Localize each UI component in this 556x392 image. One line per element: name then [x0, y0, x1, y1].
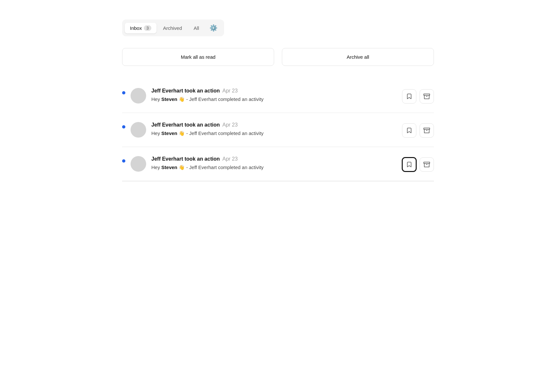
archive-button[interactable] [420, 157, 434, 172]
archive-icon [423, 127, 430, 134]
unread-indicator [122, 91, 125, 94]
tab-inbox[interactable]: Inbox 3 [125, 23, 157, 33]
mark-all-read-button[interactable]: Mark all as read [122, 48, 274, 66]
unread-indicator [122, 159, 125, 163]
archive-all-button[interactable]: Archive all [282, 48, 434, 66]
notification-title: Jeff Everhart took an action Apr 23 [151, 88, 397, 94]
tab-inbox-badge: 3 [144, 25, 151, 31]
settings-button[interactable]: ⚙️ [206, 21, 221, 34]
bookmark-icon [406, 127, 412, 134]
bookmark-button[interactable] [402, 123, 416, 138]
notification-item: Jeff Everhart took an action Apr 23 Hey … [122, 113, 434, 147]
avatar [131, 122, 146, 138]
notification-item: Jeff Everhart took an action Apr 23 Hey … [122, 147, 434, 181]
svg-rect-4 [424, 162, 430, 164]
svg-rect-2 [424, 128, 430, 129]
archive-button[interactable] [420, 89, 434, 104]
bookmark-button[interactable] [402, 89, 416, 104]
tab-inbox-label: Inbox [130, 25, 142, 31]
notification-title: Jeff Everhart took an action Apr 23 [151, 122, 397, 128]
archive-icon [423, 93, 430, 100]
tab-all-label: All [194, 25, 199, 31]
tab-archived-label: Archived [163, 25, 182, 31]
tab-bar: Inbox 3 Archived All ⚙️ [122, 19, 224, 36]
svg-rect-0 [424, 94, 430, 95]
bookmark-icon [406, 161, 412, 168]
notification-actions [402, 157, 434, 172]
gear-icon: ⚙️ [209, 24, 218, 32]
notification-content: Jeff Everhart took an action Apr 23 Hey … [151, 88, 397, 102]
bookmark-icon [406, 93, 412, 100]
unread-indicator [122, 125, 125, 129]
archive-icon [423, 161, 430, 168]
tab-all[interactable]: All [188, 23, 204, 33]
notification-actions [402, 123, 434, 138]
bottom-divider [122, 181, 434, 181]
notification-list: Jeff Everhart took an action Apr 23 Hey … [122, 79, 434, 181]
notification-body: Hey Steven 👋 - Jeff Everhart completed a… [151, 130, 397, 136]
action-row: Mark all as read Archive all [122, 48, 434, 66]
notification-item: Jeff Everhart took an action Apr 23 Hey … [122, 79, 434, 113]
notification-body: Hey Steven 👋 - Jeff Everhart completed a… [151, 96, 397, 102]
notification-title: Jeff Everhart took an action Apr 23 [151, 156, 397, 162]
tab-archived[interactable]: Archived [158, 23, 187, 33]
main-container: Inbox 3 Archived All ⚙️ Mark all as read… [122, 19, 434, 373]
bookmark-button[interactable] [402, 157, 416, 172]
notification-body: Hey Steven 👋 - Jeff Everhart completed a… [151, 165, 397, 170]
notification-actions [402, 89, 434, 104]
avatar [131, 88, 146, 104]
avatar [131, 156, 146, 172]
notification-content: Jeff Everhart took an action Apr 23 Hey … [151, 122, 397, 136]
archive-button[interactable] [420, 123, 434, 138]
notification-content: Jeff Everhart took an action Apr 23 Hey … [151, 156, 397, 170]
